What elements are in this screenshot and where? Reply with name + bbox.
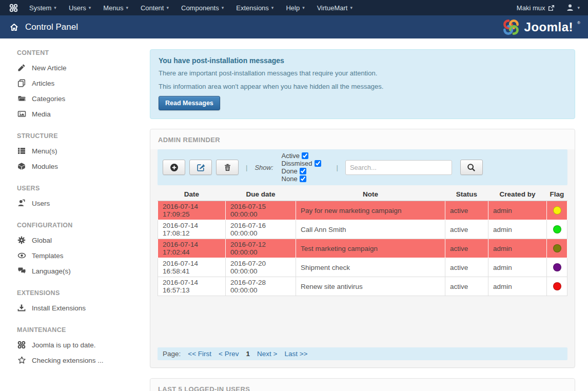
date-cell: 2016-07-14 16:57:13	[158, 277, 226, 296]
due-date-cell: 2016-07-28 00:00:00	[226, 277, 296, 296]
sidebar-section-title: MAINTENANCE	[17, 326, 149, 334]
sidebar-item-categories[interactable]: Categories	[0, 91, 149, 106]
table-row[interactable]: 2016-07-14 17:09:252016-07-15 00:00:00Pa…	[158, 201, 567, 220]
show-label: Show:	[254, 164, 273, 171]
joomla-icon	[17, 341, 26, 349]
filter-checkbox-active[interactable]	[302, 152, 308, 159]
filter-label: None	[282, 175, 298, 183]
main-content: You have post-installation messages Ther…	[149, 38, 588, 391]
sidebar-item-label: Templates	[32, 252, 64, 260]
page-current: 1	[246, 350, 250, 358]
sidebar-section-title: EXTENSIONS	[17, 289, 149, 297]
sidebar-item-checking-extensions[interactable]: Checking extensions ...	[0, 353, 149, 368]
chevron-down-icon: ▾	[54, 5, 56, 10]
read-messages-button[interactable]: Read Messages	[159, 96, 220, 110]
sidebar-item-label: Menu(s)	[32, 147, 57, 155]
table-row[interactable]: 2016-07-14 17:08:122016-07-16 00:00:00Ca…	[158, 220, 567, 239]
page-link[interactable]: Next >	[257, 350, 277, 358]
page-link[interactable]: Last >>	[284, 350, 307, 358]
flag-cell	[547, 201, 567, 220]
plus-circle-icon	[170, 163, 179, 172]
sidebar-item-joomla-is-up-to-date[interactable]: Joomla is up to date.	[0, 337, 149, 353]
sidebar-item-new-article[interactable]: New Article	[0, 60, 149, 75]
last-users-title: LAST 5 LOGGED-IN USERS	[150, 379, 575, 391]
sidebar-section-title: CONTENT	[17, 49, 149, 56]
menu-content[interactable]: Content▾	[134, 0, 175, 15]
search-button[interactable]	[460, 160, 483, 175]
user-menu[interactable]: ▾	[566, 4, 580, 12]
topbar-menus: System▾Users▾Menus▾Content▾Components▾Ex…	[0, 0, 359, 15]
column-header-status: Status	[445, 189, 488, 201]
flag-cell	[547, 239, 567, 258]
filter-checkbox-dissmised[interactable]	[315, 160, 321, 167]
page-link[interactable]: << First	[188, 350, 211, 358]
last-users-panel: LAST 5 LOGGED-IN USERS Super User Admini…	[150, 378, 575, 391]
menu-help[interactable]: Help▾	[280, 0, 310, 15]
sidebar-item-install-extensions[interactable]: Install Extensions	[0, 300, 149, 316]
note-cell: Test marketing campaign	[296, 239, 445, 258]
created-by-cell: admin	[488, 201, 547, 220]
sidebar-item-users[interactable]: Users	[0, 196, 149, 211]
add-reminder-button[interactable]	[163, 160, 185, 175]
menu-users[interactable]: Users▾	[63, 0, 97, 15]
logo-registered-mark: ®	[577, 21, 580, 25]
sidebar-item-label: Install Extensions	[32, 304, 86, 312]
status-cell: active	[445, 258, 488, 277]
menu-label: Users	[69, 4, 86, 12]
joomla-icon	[0, 4, 23, 12]
flag-cell	[547, 220, 567, 239]
user-icon	[17, 199, 26, 207]
edit-icon	[197, 163, 205, 172]
page-link[interactable]: < Prev	[219, 350, 239, 358]
search-input[interactable]	[345, 160, 452, 175]
created-by-cell: admin	[488, 220, 547, 239]
menu-virtuemart[interactable]: VirtueMart▾	[311, 0, 359, 15]
filter-label: Active	[282, 152, 300, 160]
column-header-flag: Flag	[547, 189, 567, 201]
sidebar-item-language-s[interactable]: Language(s)	[0, 263, 149, 279]
filter-done: Done	[282, 167, 321, 175]
column-header-created-by: Created by	[488, 189, 547, 201]
menu-components[interactable]: Components▾	[175, 0, 230, 15]
table-empty-space	[158, 296, 567, 347]
table-row[interactable]: 2016-07-14 16:58:412016-07-20 00:00:00Sh…	[158, 258, 567, 277]
filter-checkbox-none[interactable]	[300, 175, 306, 182]
menu-system[interactable]: System▾	[23, 0, 63, 15]
sidebar-item-articles[interactable]: Articles	[0, 75, 149, 91]
edit-reminder-button[interactable]	[189, 160, 212, 175]
sidebar-item-global[interactable]: Global	[0, 232, 149, 248]
sidebar-item-modules[interactable]: Modules	[0, 159, 149, 174]
flag-dot	[553, 244, 561, 252]
menu-menus[interactable]: Menus▾	[97, 0, 134, 15]
table-row[interactable]: 2016-07-14 16:57:132016-07-28 00:00:00Re…	[158, 277, 567, 296]
page-label: Page:	[163, 350, 181, 358]
sidebar-item-media[interactable]: Media	[0, 106, 149, 122]
status-cell: active	[445, 220, 488, 239]
note-cell: Renew site antivirus	[296, 277, 445, 296]
delete-reminder-button[interactable]	[216, 160, 239, 175]
filter-active: Active	[282, 152, 321, 160]
status-cell: active	[445, 201, 488, 220]
account-link[interactable]: Maki mux	[517, 4, 555, 12]
sidebar-item-templates[interactable]: Templates	[0, 248, 149, 263]
table-row[interactable]: 2016-07-14 17:02:442016-07-12 00:00:00Te…	[158, 239, 567, 258]
filter-checkbox-done[interactable]	[300, 168, 306, 174]
column-header-due-date: Due date	[226, 189, 296, 201]
sidebar-item-menu-s[interactable]: Menu(s)	[0, 143, 149, 159]
menu-label: Extensions	[236, 4, 269, 12]
created-by-cell: admin	[488, 258, 547, 277]
note-cell: Pay for new marketing campaign	[296, 201, 445, 220]
download-icon	[17, 304, 26, 312]
page-header: Control Panel Joomla! ®	[0, 15, 588, 38]
menu-extensions[interactable]: Extensions▾	[230, 0, 280, 15]
menu-label: Menus	[103, 4, 123, 12]
filter-none: None	[282, 175, 321, 183]
list-icon	[17, 147, 26, 155]
sidebar-item-label: New Article	[32, 64, 67, 72]
date-cell: 2016-07-14 16:58:41	[158, 258, 226, 277]
due-date-cell: 2016-07-12 00:00:00	[226, 239, 296, 258]
page-title: Control Panel	[25, 22, 78, 32]
menu-label: Content	[141, 4, 164, 12]
chevron-down-icon: ▾	[302, 5, 305, 10]
search-icon	[467, 163, 476, 172]
